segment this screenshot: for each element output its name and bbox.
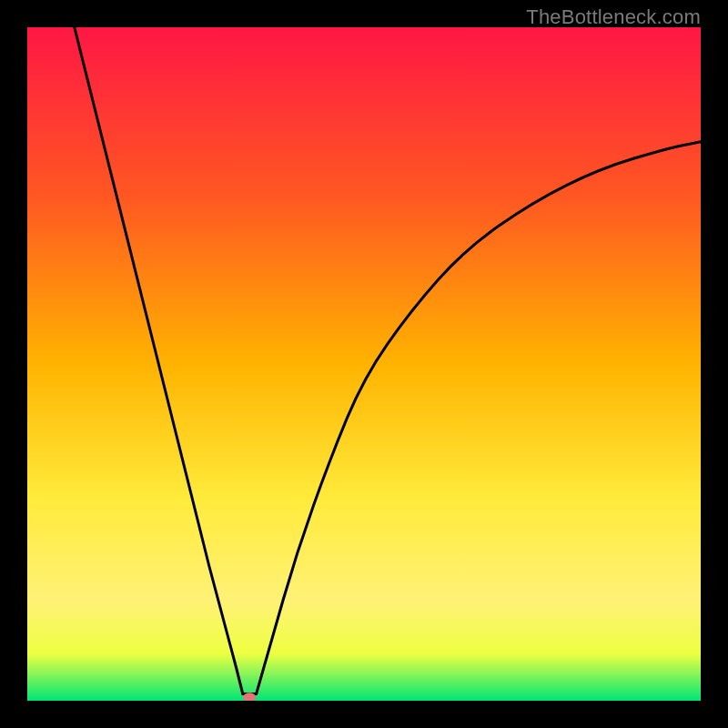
chart-frame: TheBottleneck.com — [0, 0, 728, 728]
plot-area — [27, 27, 701, 701]
watermark-text: TheBottleneck.com — [526, 5, 701, 29]
gradient-background — [27, 27, 701, 701]
chart-svg — [27, 27, 701, 701]
